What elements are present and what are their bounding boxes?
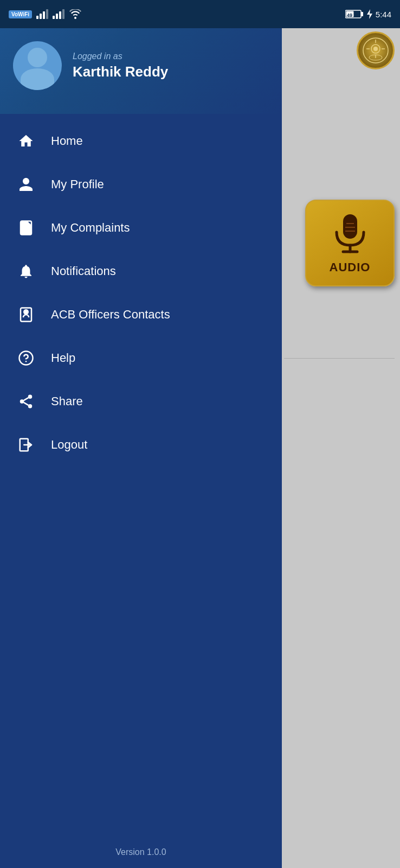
status-right: 49 5:44 — [345, 9, 391, 19]
right-panel — [282, 0, 400, 868]
emblem-svg — [362, 37, 389, 64]
svg-line-37 — [24, 403, 29, 405]
svg-rect-21 — [343, 214, 357, 239]
divider-line — [284, 358, 395, 359]
svg-line-38 — [24, 398, 29, 400]
sidebar-item-help[interactable]: Help — [0, 336, 282, 380]
share-icon — [16, 392, 36, 411]
logged-in-label: Logged in as — [73, 52, 168, 61]
version-text: Version 1.0.0 — [0, 837, 282, 868]
avatar — [13, 41, 62, 90]
svg-point-15 — [373, 47, 378, 51]
avatar-person — [13, 41, 62, 90]
sidebar-item-label-share: Share — [51, 394, 83, 409]
svg-rect-6 — [59, 11, 61, 19]
sidebar-item-notifications[interactable]: Notifications — [0, 250, 282, 293]
svg-rect-1 — [40, 14, 42, 19]
status-bar: VoWiFi 49 — [0, 0, 400, 28]
svg-rect-5 — [56, 14, 58, 19]
status-left: VoWiFi — [9, 9, 82, 19]
sidebar-item-my-profile[interactable]: My Profile — [0, 163, 282, 206]
svg-text:49: 49 — [347, 12, 352, 18]
sidebar-item-logout[interactable]: Logout — [0, 423, 282, 467]
svg-point-36 — [28, 404, 33, 409]
sidebar-item-label-home: Home — [51, 134, 83, 148]
profile-icon — [16, 175, 36, 194]
svg-marker-12 — [367, 9, 372, 19]
sidebar-item-label-my-complaints: My Complaints — [51, 221, 130, 235]
svg-rect-2 — [43, 11, 45, 19]
audio-button[interactable]: AUDIO — [305, 200, 395, 286]
svg-point-34 — [28, 395, 33, 399]
svg-point-30 — [23, 309, 29, 315]
complaints-icon — [16, 218, 36, 238]
battery-icon: 49 — [345, 9, 364, 19]
wifi-icon — [69, 9, 82, 19]
sidebar-item-label-notifications: Notifications — [51, 264, 116, 278]
bell-icon — [16, 261, 36, 281]
emblem-logo — [357, 31, 395, 69]
sidebar-item-acb-officers[interactable]: ACB Officers Contacts — [0, 293, 282, 336]
vowifi-badge: VoWiFi — [9, 10, 32, 18]
sidebar-item-share[interactable]: Share — [0, 380, 282, 423]
avatar-head — [28, 48, 47, 67]
svg-point-35 — [20, 399, 24, 404]
signal-icon-1 — [36, 9, 48, 19]
avatar-body — [21, 68, 54, 90]
svg-point-33 — [25, 361, 27, 362]
time-display: 5:44 — [376, 10, 391, 19]
drawer-menu: Home My Profile My Complaints Notificati… — [0, 114, 282, 837]
user-info: Logged in as Karthik Reddy — [73, 52, 168, 80]
svg-rect-3 — [46, 9, 48, 19]
sidebar-item-label-my-profile: My Profile — [51, 177, 104, 192]
microphone-icon — [331, 212, 369, 255]
user-name: Karthik Reddy — [73, 63, 168, 80]
svg-rect-9 — [361, 12, 363, 16]
sidebar-item-home[interactable]: Home — [0, 119, 282, 163]
signal-icon-2 — [53, 9, 64, 19]
sidebar-item-label-help: Help — [51, 351, 75, 365]
charging-icon — [367, 9, 372, 19]
svg-rect-0 — [36, 16, 38, 19]
sidebar-item-label-logout: Logout — [51, 438, 87, 452]
help-icon — [16, 348, 36, 368]
svg-rect-4 — [53, 16, 55, 19]
sidebar-item-label-acb-officers: ACB Officers Contacts — [51, 308, 170, 322]
emblem-inner — [360, 35, 391, 66]
sidebar-item-my-complaints[interactable]: My Complaints — [0, 206, 282, 250]
home-icon — [16, 131, 36, 151]
svg-rect-7 — [62, 9, 64, 19]
navigation-drawer: Logged in as Karthik Reddy Home My Profi… — [0, 0, 282, 868]
logout-icon — [16, 435, 36, 455]
contact-icon — [16, 305, 36, 324]
audio-label: AUDIO — [330, 260, 371, 275]
